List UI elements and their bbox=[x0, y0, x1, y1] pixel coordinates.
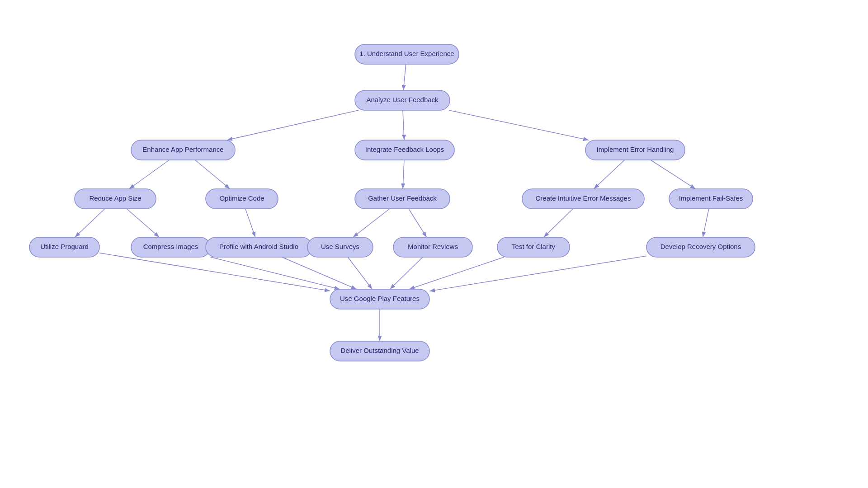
node-n7[interactable]: Optimize Code bbox=[206, 189, 278, 209]
edge-n11-n18 bbox=[99, 253, 330, 291]
node-label-n17: Develop Recovery Options bbox=[660, 243, 741, 250]
edge-n17-n18 bbox=[429, 256, 646, 291]
node-label-n11: Utilize Proguard bbox=[40, 243, 89, 250]
edge-n6-n11 bbox=[75, 209, 105, 237]
node-n10[interactable]: Implement Fail-Safes bbox=[669, 189, 753, 209]
node-n3[interactable]: Enhance App Performance bbox=[131, 140, 235, 160]
node-n5[interactable]: Implement Error Handling bbox=[585, 140, 685, 160]
node-label-n7: Optimize Code bbox=[219, 194, 264, 202]
node-n13[interactable]: Profile with Android Studio bbox=[206, 237, 312, 257]
node-n14[interactable]: Use Surveys bbox=[307, 237, 373, 257]
edge-n1-n2 bbox=[403, 64, 406, 90]
edge-n2-n3 bbox=[227, 110, 359, 140]
node-label-n1: 1. Understand User Experience bbox=[359, 50, 454, 57]
node-label-n6: Reduce App Size bbox=[89, 194, 141, 202]
edge-n3-n6 bbox=[129, 160, 170, 189]
edge-n12-n18 bbox=[210, 257, 340, 289]
edge-n8-n14 bbox=[353, 209, 390, 237]
node-n8[interactable]: Gather User Feedback bbox=[355, 189, 450, 209]
edge-n5-n9 bbox=[594, 160, 624, 189]
node-n15[interactable]: Monitor Reviews bbox=[393, 237, 472, 257]
node-n6[interactable]: Reduce App Size bbox=[75, 189, 156, 209]
node-n9[interactable]: Create Intuitive Error Messages bbox=[522, 189, 644, 209]
node-label-n3: Enhance App Performance bbox=[142, 145, 223, 153]
edge-n2-n4 bbox=[403, 110, 404, 140]
edge-n3-n7 bbox=[195, 160, 230, 189]
node-label-n9: Create Intuitive Error Messages bbox=[536, 194, 631, 202]
node-label-n8: Gather User Feedback bbox=[368, 194, 437, 202]
node-label-n15: Monitor Reviews bbox=[408, 243, 458, 250]
edge-n16-n18 bbox=[409, 257, 504, 289]
edge-n8-n15 bbox=[409, 209, 427, 237]
edge-n7-n13 bbox=[245, 209, 255, 237]
edge-n6-n12 bbox=[127, 209, 159, 237]
edge-n2-n5 bbox=[449, 110, 589, 140]
node-label-n13: Profile with Android Studio bbox=[219, 243, 298, 250]
node-label-n2: Analyze User Feedback bbox=[366, 96, 439, 103]
node-label-n10: Implement Fail-Safes bbox=[679, 194, 743, 202]
node-n1[interactable]: 1. Understand User Experience bbox=[355, 44, 459, 64]
edge-n14-n18 bbox=[348, 257, 372, 289]
flowchart-diagram: 1. Understand User ExperienceAnalyze Use… bbox=[0, 0, 868, 488]
node-label-n5: Implement Error Handling bbox=[597, 145, 674, 153]
node-n12[interactable]: Compress Images bbox=[131, 237, 210, 257]
edge-n5-n10 bbox=[651, 160, 695, 189]
edge-n4-n8 bbox=[403, 160, 404, 189]
node-label-n19: Deliver Outstanding Value bbox=[340, 347, 419, 354]
edge-n10-n17 bbox=[703, 209, 709, 237]
node-n18[interactable]: Use Google Play Features bbox=[330, 289, 429, 309]
edge-n9-n16 bbox=[544, 209, 573, 237]
node-label-n14: Use Surveys bbox=[321, 243, 359, 250]
node-label-n18: Use Google Play Features bbox=[340, 295, 420, 302]
node-n4[interactable]: Integrate Feedback Loops bbox=[355, 140, 454, 160]
node-label-n4: Integrate Feedback Loops bbox=[365, 145, 444, 153]
edge-n15-n18 bbox=[390, 257, 423, 289]
node-label-n12: Compress Images bbox=[143, 243, 198, 250]
node-label-n16: Test for Clarity bbox=[512, 243, 555, 250]
node-n11[interactable]: Utilize Proguard bbox=[29, 237, 99, 257]
node-n19[interactable]: Deliver Outstanding Value bbox=[330, 341, 429, 361]
node-n16[interactable]: Test for Clarity bbox=[497, 237, 570, 257]
node-n2[interactable]: Analyze User Feedback bbox=[355, 90, 450, 110]
node-n17[interactable]: Develop Recovery Options bbox=[646, 237, 755, 257]
